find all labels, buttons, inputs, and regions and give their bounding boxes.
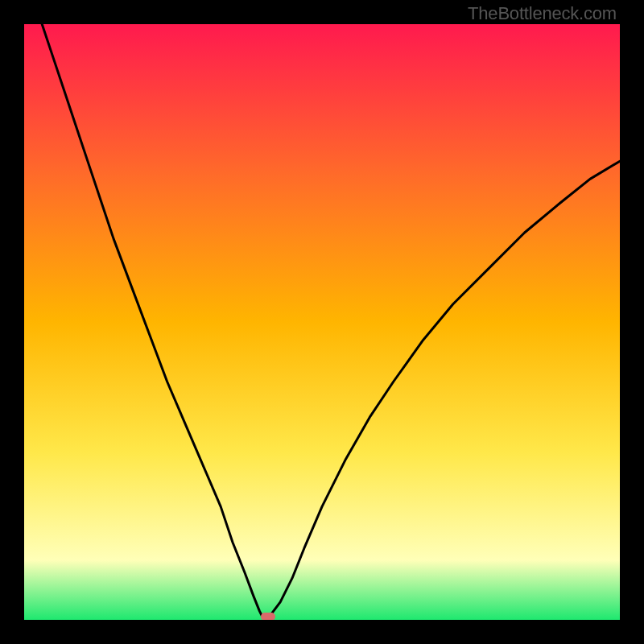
chart-frame: TheBottleneck.com: [0, 0, 644, 644]
bottleneck-curve: [24, 24, 620, 620]
plot-area: [24, 24, 620, 620]
watermark-text: TheBottleneck.com: [468, 3, 617, 24]
